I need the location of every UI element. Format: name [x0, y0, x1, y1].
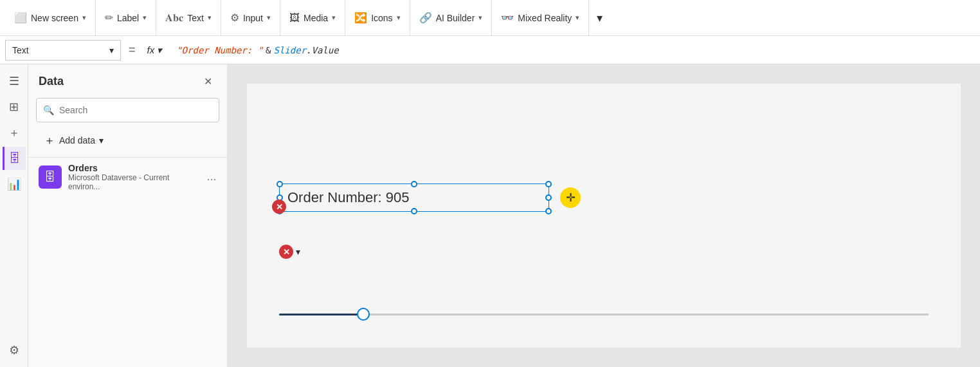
slider-container[interactable] — [279, 308, 929, 321]
ai-builder-button[interactable]: 🔗 AI Builder ▾ — [410, 0, 493, 35]
canvas-area[interactable]: ✕ Order Number: 905 ✛ ✕ ▾ — [228, 64, 980, 367]
data-panel-header: Data ✕ — [28, 64, 227, 95]
sidebar-layers-button[interactable]: ⊞ — [3, 95, 26, 118]
label-icon: ✏ — [105, 12, 113, 24]
formula-object-part: Slider — [273, 45, 306, 55]
icons-chevron: ▾ — [397, 14, 401, 22]
sidebar-chart-button[interactable]: 📊 — [3, 173, 26, 196]
handle-top-right[interactable] — [545, 181, 552, 187]
close-panel-button[interactable]: ✕ — [199, 72, 217, 90]
new-screen-chevron: ▾ — [82, 14, 86, 22]
hamburger-icon: ☰ — [9, 74, 19, 88]
media-button[interactable]: 🖼 Media ▾ — [280, 0, 345, 35]
data-source-orders[interactable]: 🗄 Orders Microsoft Dataverse - Current e… — [28, 157, 227, 196]
data-source-orders-name: Orders — [68, 163, 200, 173]
move-icon[interactable]: ✛ — [560, 187, 581, 208]
icons-icon: 🔀 — [354, 12, 367, 24]
formula-content[interactable]: "Order Number: " & Slider . Value — [171, 45, 975, 55]
handle-top-left[interactable] — [277, 181, 283, 187]
data-panel: Data ✕ 🔍 ＋ Add data ▾ 🗄 Orders Microsoft… — [28, 64, 228, 367]
add-data-label: Add data — [59, 135, 95, 146]
toolbar-more-button[interactable]: ▾ — [589, 0, 610, 35]
data-source-orders-icon: 🗄 — [39, 165, 62, 189]
database-glyph: 🗄 — [44, 171, 56, 184]
media-icon: 🖼 — [289, 12, 300, 24]
fx-chevron: ▾ — [157, 44, 162, 56]
handle-bottom-center[interactable] — [411, 208, 417, 214]
main-layout: ☰ ⊞ ＋ 🗄 📊 ⚙ Data ✕ 🔍 ＋ Add data — [0, 64, 980, 367]
toolbar: ⬜ New screen ▾ ✏ Label ▾ 𝐀𝐛𝐜 Text ▾ ⚙ In… — [0, 0, 980, 36]
ai-builder-chevron: ▾ — [478, 14, 482, 22]
settings-icon: ⚙ — [9, 343, 19, 357]
handle-top-center[interactable] — [411, 181, 417, 187]
text-element[interactable]: Order Number: 905 ✛ — [279, 184, 549, 212]
input-button[interactable]: ⚙ Input ▾ — [221, 0, 280, 35]
text-chevron: ▾ — [208, 14, 212, 22]
search-input[interactable] — [59, 105, 212, 115]
icons-label: Icons — [371, 13, 392, 23]
new-screen-button[interactable]: ⬜ New screen ▾ — [5, 0, 96, 35]
handle-bottom-right[interactable] — [545, 208, 552, 214]
slider-track[interactable] — [279, 314, 929, 315]
error-badge-2-container: ✕ ▾ — [279, 245, 300, 259]
error-badge-1[interactable]: ✕ — [272, 200, 286, 214]
text-label: Text — [187, 13, 204, 23]
label-chevron: ▾ — [143, 14, 147, 22]
handle-middle-right[interactable] — [545, 194, 552, 201]
label-button[interactable]: ✏ Label ▾ — [96, 0, 156, 35]
sidebar-hamburger-button[interactable]: ☰ — [3, 70, 26, 93]
error-badge-2[interactable]: ✕ — [279, 245, 293, 259]
chart-icon: 📊 — [7, 177, 21, 191]
ai-builder-label: AI Builder — [436, 13, 475, 23]
sidebar-add-button[interactable]: ＋ — [3, 121, 26, 144]
property-selector[interactable]: Text ▾ — [5, 40, 121, 61]
input-icon: ⚙ — [230, 12, 239, 24]
new-screen-label: New screen — [31, 13, 78, 23]
add-data-chevron: ▾ — [99, 135, 104, 146]
property-chevron: ▾ — [109, 45, 114, 55]
mixed-reality-icon: 👓 — [501, 12, 514, 24]
mixed-reality-button[interactable]: 👓 Mixed Reality ▾ — [492, 0, 589, 35]
media-chevron: ▾ — [332, 14, 336, 22]
sidebar-settings-button[interactable]: ⚙ — [3, 339, 26, 362]
data-source-orders-subtitle: Microsoft Dataverse - Current environ... — [68, 173, 200, 191]
mixed-reality-label: Mixed Reality — [518, 13, 572, 23]
input-chevron: ▾ — [267, 14, 271, 22]
data-source-orders-more-button[interactable]: … — [206, 171, 217, 183]
formula-dot: . — [306, 45, 311, 55]
equals-sign: = — [126, 43, 138, 57]
formula-property-part: Value — [312, 45, 339, 55]
add-data-button[interactable]: ＋ Add data ▾ — [33, 129, 222, 152]
label-label: Label — [117, 13, 139, 23]
screen-icon: ⬜ — [14, 12, 27, 24]
search-icon: 🔍 — [43, 105, 54, 115]
add-icon: ＋ — [8, 125, 20, 140]
text-element-content: Order Number: 905 — [287, 189, 410, 205]
formula-bar: Text ▾ = fx ▾ "Order Number: " & Slider … — [0, 36, 980, 64]
media-label: Media — [304, 13, 328, 23]
icons-button[interactable]: 🔀 Icons ▾ — [345, 0, 410, 35]
property-name: Text — [12, 45, 29, 55]
formula-string-part: "Order Number: " — [176, 45, 263, 55]
text-icon: 𝐀𝐛𝐜 — [165, 12, 183, 24]
database-icon: 🗄 — [9, 152, 21, 165]
error-chevron[interactable]: ▾ — [296, 247, 300, 257]
data-panel-title: Data — [39, 75, 64, 88]
input-label: Input — [243, 13, 263, 23]
search-box[interactable]: 🔍 — [36, 98, 219, 122]
canvas-background: ✕ Order Number: 905 ✛ ✕ ▾ — [247, 84, 961, 348]
sidebar-database-button[interactable]: 🗄 — [3, 147, 26, 170]
layers-icon: ⊞ — [9, 100, 19, 114]
fx-button[interactable]: fx ▾ — [143, 44, 167, 56]
mixed-reality-chevron: ▾ — [576, 14, 579, 22]
slider-thumb[interactable] — [357, 308, 370, 321]
fx-label: fx — [147, 44, 155, 55]
text-button[interactable]: 𝐀𝐛𝐜 Text ▾ — [156, 0, 221, 35]
formula-ampersand: & — [266, 45, 271, 55]
sidebar-icons: ☰ ⊞ ＋ 🗄 📊 ⚙ — [0, 64, 28, 367]
ai-builder-icon: 🔗 — [419, 12, 432, 24]
text-element-container[interactable]: ✕ Order Number: 905 ✛ — [279, 184, 549, 212]
data-source-orders-info: Orders Microsoft Dataverse - Current env… — [68, 163, 200, 191]
add-data-plus-icon: ＋ — [44, 133, 55, 148]
